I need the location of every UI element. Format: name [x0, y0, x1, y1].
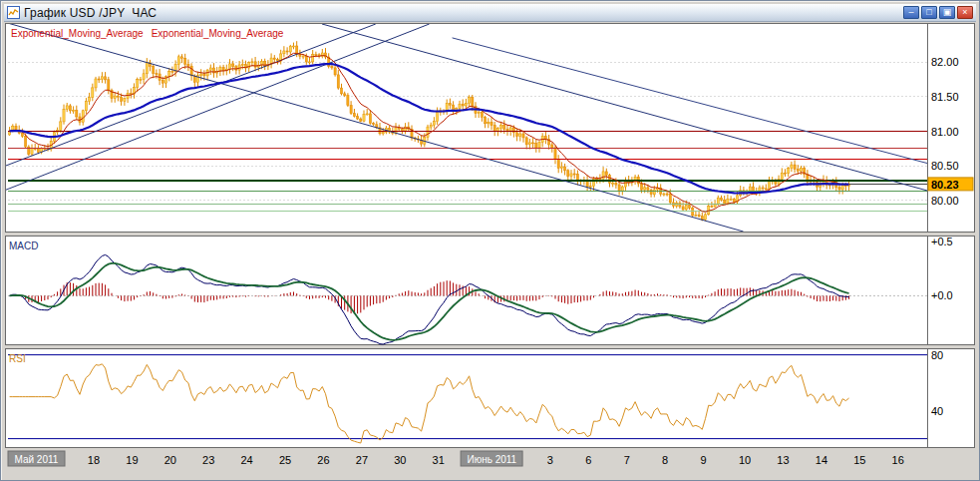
close-button[interactable]: ×: [957, 6, 973, 19]
date-label: 6: [585, 454, 591, 466]
chart-svg[interactable]: 82.0081.5081.0080.5080.0080.23+0.5+0.080…: [4, 22, 976, 477]
date-label: 27: [356, 454, 368, 466]
date-label: 3: [547, 454, 553, 466]
month-box: Июнь 2011: [461, 451, 522, 466]
date-label: 25: [279, 454, 291, 466]
date-label: 18: [88, 454, 100, 466]
minimize-button[interactable]: –: [903, 6, 919, 19]
date-label: 7: [624, 454, 630, 466]
svg-text:Июнь 2011: Июнь 2011: [467, 454, 516, 465]
date-label: 8: [662, 454, 668, 466]
date-label: 9: [701, 454, 707, 466]
svg-text:80.00: 80.00: [931, 195, 959, 207]
window-title: График USD /JPY ЧАС: [24, 6, 157, 20]
svg-text:80: 80: [931, 349, 943, 361]
chart-window: График USD /JPY ЧАС –□▣× 82.0081.5081.00…: [0, 0, 980, 481]
date-label: 30: [394, 454, 406, 466]
svg-text:+0.0: +0.0: [931, 289, 953, 301]
panel-frames: [6, 24, 975, 448]
window-icon: [7, 6, 20, 19]
svg-text:81.00: 81.00: [931, 126, 959, 138]
window-buttons: –□▣×: [903, 6, 973, 19]
svg-text:Май 2011: Май 2011: [14, 454, 58, 465]
chart-client-area: 82.0081.5081.0080.5080.0080.23+0.5+0.080…: [4, 22, 976, 477]
date-label: 31: [433, 454, 445, 466]
maximize-button[interactable]: ▣: [939, 6, 955, 19]
date-label: 16: [892, 454, 904, 466]
svg-text:80.23: 80.23: [931, 179, 959, 191]
date-label: 19: [126, 454, 138, 466]
svg-text:+0.5: +0.5: [931, 236, 953, 247]
date-label: 10: [739, 454, 751, 466]
svg-text:40: 40: [931, 405, 943, 417]
date-label: 23: [202, 454, 214, 466]
date-label: 15: [853, 454, 865, 466]
month-box: Май 2011: [8, 451, 65, 466]
date-label: 14: [816, 454, 827, 466]
time-axis[interactable]: 1617181920232425262730311236789101314151…: [8, 451, 904, 466]
restore-button[interactable]: □: [921, 6, 937, 19]
date-label: 26: [317, 454, 329, 466]
svg-text:80.50: 80.50: [931, 160, 959, 172]
date-label: 24: [241, 454, 253, 466]
titlebar[interactable]: График USD /JPY ЧАС –□▣×: [4, 4, 976, 22]
current-price-tag: 80.23: [928, 178, 973, 191]
date-label: 13: [777, 454, 789, 466]
date-label: 20: [164, 454, 176, 466]
svg-text:82.00: 82.00: [931, 56, 959, 68]
svg-text:81.50: 81.50: [931, 91, 959, 103]
